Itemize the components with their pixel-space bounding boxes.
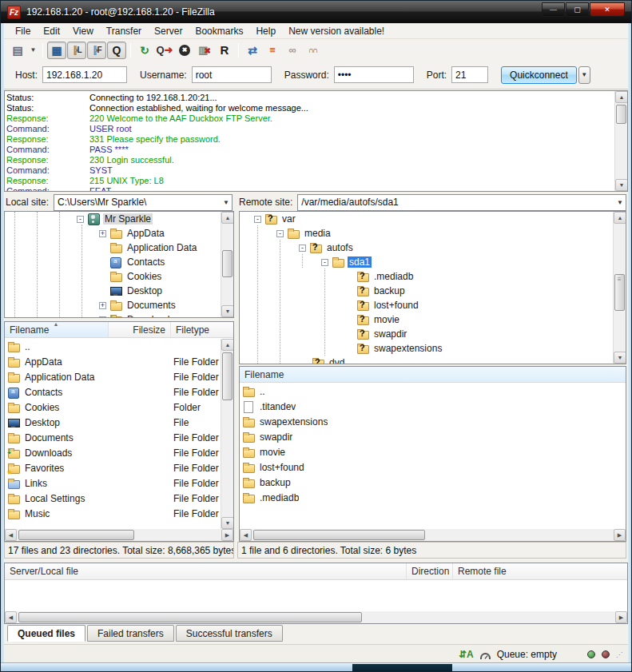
list-item[interactable]: .mediadb [240,490,626,505]
list-item[interactable]: ⇣DownloadsFile Folder [5,445,221,460]
expand-toggle[interactable]: - [77,216,84,223]
filename-filters-icon[interactable]: ∞ [283,42,302,59]
toggle-transfer-queue-icon[interactable]: Q [107,42,126,59]
tree-item-mediadb[interactable]: ? .mediadb [240,269,626,284]
menu-edit[interactable]: Edit [37,24,66,38]
list-item[interactable]: .. [5,339,221,354]
menu-transfer[interactable]: Transfer [100,24,148,38]
tree-item-mr-sparkle[interactable]: - Mr Sparkle [5,212,233,226]
tree-item-var[interactable]: - ? var [240,212,626,226]
list-item[interactable]: ContactsFile Folder [5,384,221,400]
local-list-hscrollbar[interactable]: ◀ ▶ [5,529,233,541]
tree-item-backup[interactable]: ? backup [240,284,626,298]
local-tree-scrollbar[interactable]: ▲ ▼ [221,212,233,317]
list-item[interactable]: DesktopFile [5,415,221,430]
column-header-direction[interactable]: Direction [407,563,453,579]
quickconnect-dropdown-icon[interactable]: ▼ [578,66,590,84]
tree-item-movie[interactable]: ? movie [240,312,626,327]
tree-item-desktop[interactable]: Desktop [5,284,233,298]
expand-toggle[interactable]: + [99,302,106,309]
expand-toggle[interactable]: - [276,230,284,237]
list-item[interactable]: MusicFile Folder [5,506,221,521]
list-item[interactable]: movie [240,444,626,459]
tree-item-documents[interactable]: + Documents [5,298,233,312]
process-queue-icon[interactable]: Q➜ [155,42,174,59]
menu-help[interactable]: Help [249,24,282,38]
refresh-icon[interactable]: ↻ [135,42,154,59]
speed-limits-icon[interactable] [480,653,491,659]
minimize-button[interactable]: — [542,2,565,17]
quickconnect-button[interactable]: Quickconnect [501,66,577,84]
tree-item-downloads[interactable]: + ⇣ Downloads [5,312,233,318]
host-input[interactable] [42,66,127,83]
expand-toggle[interactable]: + [99,230,106,237]
synchronized-browsing-icon[interactable]: ⇄ [243,42,262,59]
menu-server[interactable]: Server [148,24,189,38]
username-input[interactable] [192,66,272,83]
remote-list-hscrollbar[interactable]: ◀ ▶ [240,529,626,541]
disconnect-icon[interactable]: ▥✖ [195,42,214,59]
menu-new-version[interactable]: New version available! [282,24,391,38]
tree-item-media[interactable]: - media [240,226,626,241]
list-item[interactable]: LinksFile Folder [5,475,221,491]
expand-toggle[interactable]: + [99,316,106,319]
list-item[interactable]: swapdir [240,429,626,444]
toggle-local-tree-icon[interactable]: ╠L [67,42,86,59]
reconnect-icon[interactable]: R [215,42,234,59]
toggle-message-log-icon[interactable]: ▦ [47,42,66,59]
expand-toggle[interactable]: - [321,259,328,266]
cancel-operation-icon[interactable]: ✖ [175,42,194,59]
toggle-remote-tree-icon[interactable]: ╠F [87,42,106,59]
tree-item-application-data[interactable]: Application Data [5,241,233,255]
tree-item-lost-found[interactable]: ? lost+found [240,298,626,312]
list-item[interactable]: CookiesFolder [5,400,221,415]
tree-item-sda1[interactable]: - sda1 [240,255,626,269]
list-item[interactable]: swapextensions [240,414,626,429]
site-manager-icon[interactable]: ▤ [8,42,27,59]
title-bar[interactable]: Fz 192.168.1.20 - root@192.168.1.20 - Fi… [1,1,631,23]
column-header-filename[interactable]: Filename [240,367,626,382]
column-header-server-local-file[interactable]: Server/Local file [5,563,407,579]
port-input[interactable] [451,66,488,83]
log-scrollbar[interactable]: ▲ ▼ [614,91,627,191]
expand-toggle[interactable]: - [299,245,306,252]
maximize-button[interactable]: ▢ [566,2,589,17]
list-item[interactable]: ★FavoritesFile Folder [5,460,221,475]
list-item[interactable]: .. [240,384,626,399]
expand-toggle[interactable]: - [254,216,261,223]
tab-failed-transfers[interactable]: Failed transfers [87,625,174,642]
tree-item-appdata[interactable]: + AppData [5,226,233,241]
site-manager-dropdown-icon[interactable]: ▼ [28,42,38,59]
remote-site-dropdown-icon[interactable]: ▼ [614,199,626,206]
queue-hscrollbar[interactable]: ◀ ▶ [5,611,627,623]
column-header-remote-file[interactable]: Remote file [453,563,627,579]
menu-view[interactable]: View [66,24,100,38]
tree-item-swapextensions[interactable]: ? swapextensions [240,341,626,356]
list-item[interactable]: lost+found [240,459,626,475]
local-list-scrollbar[interactable]: ▲ ▼ [221,339,233,529]
list-item[interactable]: DocumentsFile Folder [5,430,221,445]
menu-bookmarks[interactable]: Bookmarks [189,24,249,38]
column-header-filesize[interactable]: Filesize [109,322,171,337]
local-site-dropdown-icon[interactable]: ▼ [221,199,232,206]
tree-item-cookies[interactable]: Cookies [5,269,233,284]
password-input[interactable] [334,66,414,83]
remote-site-combo[interactable]: /var/media/autofs/sda1 ▼ [297,194,626,211]
remote-tree-scrollbar[interactable]: ▲ ≡ ▼ [613,212,626,364]
list-item[interactable]: Application DataFile Folder [5,369,221,384]
local-site-combo[interactable]: C:\Users\Mr Sparkle\ ▼ [54,194,233,211]
column-header-filename[interactable]: ▲ Filename [5,322,109,337]
tab-successful-transfers[interactable]: Successful transfers [176,625,283,642]
file-search-icon[interactable]: ∩∩ [303,42,322,59]
list-item[interactable]: backup [240,475,626,490]
column-header-filetype[interactable]: Filetype [171,322,233,337]
list-item[interactable]: AppDataFile Folder [5,354,221,369]
list-item[interactable]: .titandev [240,399,626,414]
tree-item-dvd[interactable]: ? dvd [240,356,626,364]
tree-item-swapdir[interactable]: ? swapdir [240,327,626,341]
tree-item-contacts[interactable]: Contacts [5,255,233,269]
tab-queued-files[interactable]: Queued files [7,625,85,642]
resize-grip[interactable]: ⋰ [616,650,623,659]
directory-comparison-icon[interactable]: ≡ [263,42,282,59]
menu-file[interactable]: File [9,24,37,38]
